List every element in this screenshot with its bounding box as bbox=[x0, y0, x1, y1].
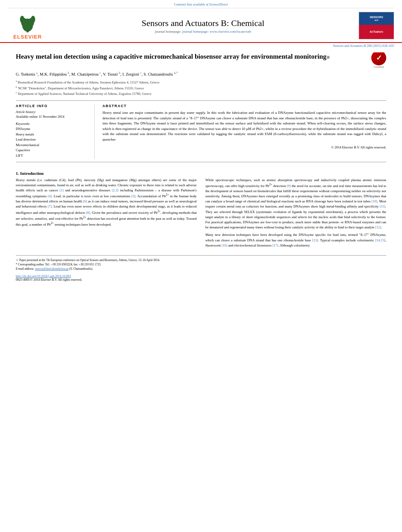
elsevier-logo: ELSEVIER bbox=[8, 11, 47, 40]
sciencedirect-bar: Contents lists available at ScienceDirec… bbox=[8, 2, 394, 8]
ref-12: [12] bbox=[375, 225, 381, 229]
email-footnote: E-mail address: stavros@imel.demokritos.… bbox=[16, 267, 386, 271]
ref-16: [16] bbox=[221, 243, 227, 247]
email-label: E-mail address: bbox=[16, 267, 34, 271]
abstract-label: ABSTRACT bbox=[102, 104, 386, 108]
sensors-logo-text-top: SENSORS and bbox=[370, 16, 383, 21]
homepage-label: journal homepage: bbox=[155, 30, 182, 33]
divider-2 bbox=[16, 162, 386, 162]
ref-7: [7] bbox=[48, 204, 52, 208]
journal-ref-line: Sensors and Actuators B 208 (2015) 628–6… bbox=[0, 43, 402, 48]
article-content: ✓ CrossMark Heavy metal ion detection us… bbox=[0, 48, 402, 169]
keyword-dnazyme: DNAzyme bbox=[16, 126, 89, 132]
authors: G. Tsekenis a, M.K. Filippidou b, M. Cha… bbox=[16, 70, 386, 78]
crossmark-icon: ✓ bbox=[371, 52, 386, 65]
ref-11: [11] bbox=[380, 204, 385, 208]
actuators-word: AcTuators bbox=[370, 30, 383, 33]
abstract-text: Heavy metal ions are major contaminants … bbox=[102, 110, 386, 142]
homepage-link[interactable]: journal homepage: www.elsevier.com/locat… bbox=[182, 30, 251, 33]
journal-title: Sensors and Actuators B: Chemical bbox=[47, 18, 359, 28]
doi-link: http://dx.doi.org/10.1016/j.snb.2014.10.… bbox=[16, 274, 386, 278]
body-content: 1. Introduction Heavy metals (i.e. cadmi… bbox=[0, 171, 402, 252]
article-history-label: Article history: bbox=[16, 110, 89, 114]
footnote-section: ☆ Paper presented at the 7th European co… bbox=[16, 255, 386, 271]
ref-17: [17] bbox=[272, 243, 278, 247]
elsevier-label: ELSEVIER bbox=[13, 34, 42, 40]
ref-5: [5] bbox=[131, 194, 135, 198]
ref-9: [9] bbox=[287, 184, 291, 188]
sensors-logo-top: SENSORS and bbox=[359, 12, 394, 25]
article-info-label: ARTICLE INFO bbox=[16, 104, 89, 108]
title-section: ✓ CrossMark Heavy metal ion detection us… bbox=[16, 52, 386, 68]
email-link[interactable]: stavros@imel.demokritos.gr bbox=[35, 267, 69, 271]
svg-point-4 bbox=[20, 16, 24, 23]
email-note: (S. Chatzandroulis). bbox=[69, 267, 93, 271]
page: Contents lists available at ScienceDirec… bbox=[0, 0, 402, 532]
keyword-lift: LIFT bbox=[16, 153, 89, 159]
keyword-capacitive: Capacitive bbox=[16, 148, 89, 153]
section1-col1: Heavy metals (i.e. cadmium (Cd), lead (P… bbox=[16, 178, 197, 248]
ref-13: [13] bbox=[312, 238, 318, 242]
sensors-logo-bottom: AcTuators bbox=[359, 25, 394, 39]
issn-text: 0925-4005/© 2014 Elsevier B.V. All right… bbox=[16, 278, 386, 282]
sensors-word: SENSORS bbox=[370, 16, 383, 19]
section1-title: Introduction bbox=[20, 171, 44, 176]
section1-col2: While spectroscopic techniques, such as … bbox=[205, 178, 386, 248]
crossmark: ✓ CrossMark bbox=[371, 52, 386, 68]
article-info-col: ARTICLE INFO Article history: Available … bbox=[16, 104, 95, 159]
keyword-lead-detection: Lead detection bbox=[16, 137, 89, 143]
section1-number: 1. bbox=[16, 171, 19, 176]
sensors-actuators-logo: SENSORS and AcTuators bbox=[359, 12, 394, 39]
keyword-micromechanical: Micromechanical bbox=[16, 143, 89, 148]
affiliation-c: c Department of Applied Sciences, Nation… bbox=[16, 91, 386, 96]
sensors-logo-text-bottom: AcTuators bbox=[370, 30, 383, 33]
star-footnote: ☆ Paper presented at the 7th European co… bbox=[16, 258, 386, 262]
section1-heading: 1. Introduction bbox=[16, 171, 386, 176]
ref-2-3: [2,3] bbox=[112, 188, 119, 192]
elsevier-tree-icon bbox=[18, 11, 37, 33]
and-word: and bbox=[370, 19, 383, 21]
article-title-text: Heavy metal ion detection using a capaci… bbox=[16, 53, 326, 60]
keyword-heavy-metals: Heavy metals bbox=[16, 132, 89, 137]
svg-point-5 bbox=[31, 16, 35, 23]
section1-col1-text: Heavy metals (i.e. cadmium (Cd), lead (P… bbox=[16, 178, 197, 227]
divider-1 bbox=[16, 100, 386, 101]
corresponding-footnote: * Corresponding author. Tel.: +30 210 65… bbox=[16, 262, 386, 267]
doi-section: http://dx.doi.org/10.1016/j.snb.2014.10.… bbox=[0, 273, 402, 282]
abstract-col: ABSTRACT Heavy metal ions are major cont… bbox=[102, 104, 386, 159]
doi-url[interactable]: http://dx.doi.org/10.1016/j.snb.2014.10.… bbox=[16, 274, 71, 278]
header-main: ELSEVIER Sensors and Actuators B: Chemic… bbox=[0, 8, 402, 42]
keywords-label: Keywords: bbox=[16, 122, 89, 126]
affiliations: a Biomedical Research Foundation of the … bbox=[16, 79, 386, 96]
journal-title-center: Sensors and Actuators B: Chemical journa… bbox=[47, 18, 359, 33]
section1-col2-text-2: Many new detection techniques have been … bbox=[205, 232, 386, 248]
ref-10: [10] bbox=[372, 199, 378, 203]
section1-col2-text: While spectroscopic techniques, such as … bbox=[205, 178, 386, 230]
journal-header: Contents lists available at ScienceDirec… bbox=[0, 0, 402, 43]
article-title: Heavy metal ion detection using a capaci… bbox=[16, 52, 386, 61]
ref-4: [4] bbox=[48, 194, 52, 198]
journal-homepage: journal homepage: journal homepage: www.… bbox=[47, 30, 359, 33]
sciencedirect-text: Contents lists available at ScienceDirec… bbox=[174, 2, 228, 6]
section1-body: Heavy metals (i.e. cadmium (Cd), lead (P… bbox=[16, 178, 386, 248]
info-abstract-section: ARTICLE INFO Article history: Available … bbox=[16, 104, 386, 159]
ref-1: [1] bbox=[60, 188, 63, 192]
journal-ref: Sensors and Actuators B 208 (2015) 628–6… bbox=[333, 44, 394, 48]
keywords-section: Keywords: DNAzyme Heavy metals Lead dete… bbox=[16, 122, 89, 159]
ref-14-15: [14,15] bbox=[375, 238, 385, 242]
affiliation-a: a Biomedical Research Foundation of the … bbox=[16, 79, 386, 85]
ref-6: [6] bbox=[83, 199, 87, 203]
corresponding-text: * Corresponding author. Tel.: +30 210 65… bbox=[16, 263, 101, 266]
crossmark-label: CrossMark bbox=[371, 66, 386, 68]
article-star: ☆ bbox=[326, 55, 330, 59]
ref-8: [8] bbox=[86, 211, 90, 215]
authors-text: G. Tsekenis a, M.K. Filippidou b, M. Cha… bbox=[16, 72, 178, 76]
copyright: © 2014 Elsevier B.V. All rights reserved… bbox=[102, 145, 386, 149]
affiliation-b: b NCSR "Demokritos", Department of Micro… bbox=[16, 85, 386, 91]
available-online-date: Available online 11 November 2014 bbox=[16, 115, 89, 119]
star-footnote-text: ☆ Paper presented at the 7th European co… bbox=[16, 258, 160, 262]
